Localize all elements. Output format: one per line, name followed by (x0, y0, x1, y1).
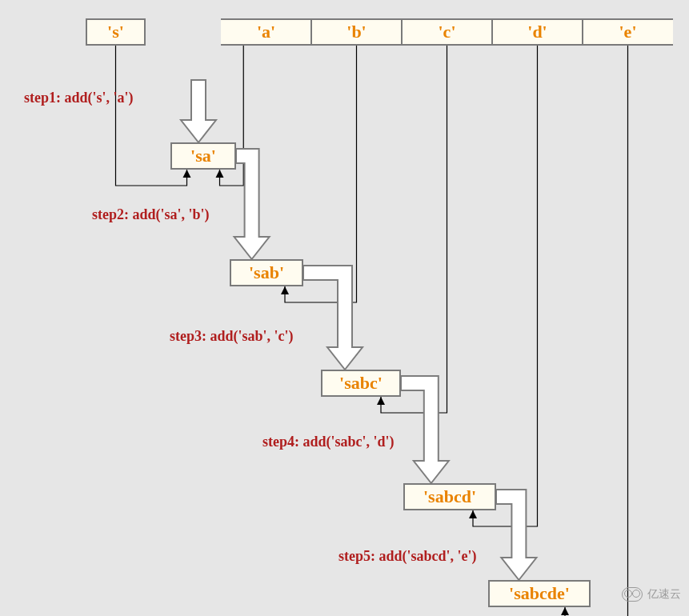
watermark-icon (622, 587, 643, 602)
node-sabcd: 'sabcd' (403, 483, 496, 510)
col-divider (310, 18, 312, 46)
node-sa: 'sa' (170, 142, 236, 170)
diagram-canvas: 's''a''b''c''d''e''sa''sab''sabc''sabcd'… (0, 0, 689, 616)
label-step4: step4: add('sabc', 'd') (262, 434, 395, 450)
node-s: 's' (86, 18, 146, 46)
node-sabcde: 'sabcde' (488, 580, 591, 607)
label-step1: step1: add('s', 'a') (24, 90, 134, 106)
label-step2: step2: add('sa', 'b') (92, 206, 210, 223)
node-e: 'e' (583, 18, 673, 46)
watermark: 亿速云 (622, 587, 681, 602)
col-divider (582, 18, 583, 46)
node-b: 'b' (311, 18, 402, 46)
col-divider (491, 18, 493, 46)
label-step3: step3: add('sab', 'c') (170, 328, 294, 345)
node-sabc: 'sabc' (321, 370, 401, 397)
node-d: 'd' (492, 18, 583, 46)
node-c: 'c' (402, 18, 492, 46)
node-sab: 'sab' (230, 259, 303, 286)
watermark-text: 亿速云 (647, 587, 681, 602)
col-divider (401, 18, 403, 46)
node-a: 'a' (221, 18, 311, 46)
label-step5: step5: add('sabcd', 'e') (338, 548, 477, 565)
